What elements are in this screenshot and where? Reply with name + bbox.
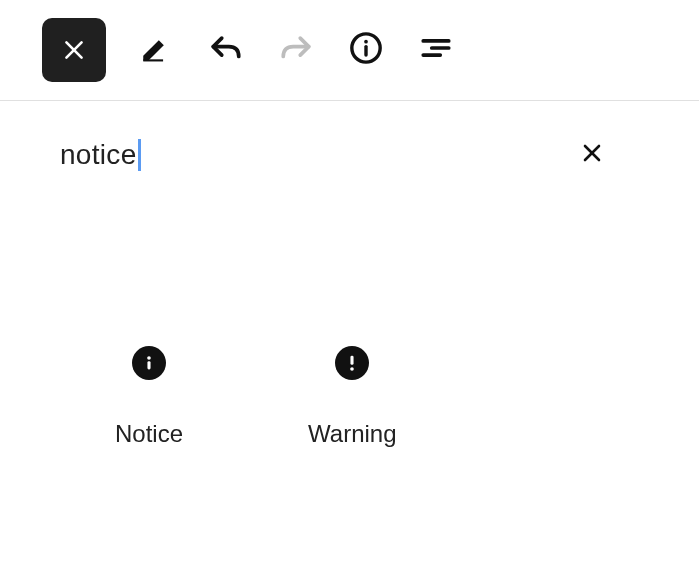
close-icon: [580, 151, 604, 168]
redo-icon: [279, 31, 313, 69]
svg-point-11: [147, 356, 151, 360]
text-cursor: [138, 139, 141, 171]
result-label: Warning: [308, 420, 396, 448]
result-warning[interactable]: Warning: [308, 346, 396, 448]
toolbar: [0, 0, 699, 101]
edit-icon: [139, 31, 173, 69]
search-area: notice Notice: [0, 101, 699, 448]
results-grid: Notice Warning: [60, 171, 639, 448]
svg-rect-2: [143, 59, 163, 61]
svg-rect-12: [147, 361, 150, 369]
notice-icon: [132, 346, 166, 380]
search-input[interactable]: notice: [60, 139, 141, 171]
svg-rect-13: [351, 356, 354, 365]
redo-button[interactable]: [276, 30, 316, 70]
edit-button[interactable]: [136, 30, 176, 70]
search-value: notice: [60, 139, 137, 171]
clear-search-button[interactable]: [580, 141, 604, 169]
svg-point-4: [364, 40, 368, 44]
info-button[interactable]: [346, 30, 386, 70]
svg-point-14: [350, 367, 354, 371]
filter-button[interactable]: [416, 30, 456, 70]
warning-icon: [335, 346, 369, 380]
undo-button[interactable]: [206, 30, 246, 70]
filter-icon: [419, 31, 453, 69]
info-icon: [349, 31, 383, 69]
close-icon: [61, 37, 87, 63]
result-notice[interactable]: Notice: [115, 346, 183, 448]
result-label: Notice: [115, 420, 183, 448]
search-row: notice: [60, 139, 639, 171]
close-button[interactable]: [42, 18, 106, 82]
undo-icon: [209, 31, 243, 69]
